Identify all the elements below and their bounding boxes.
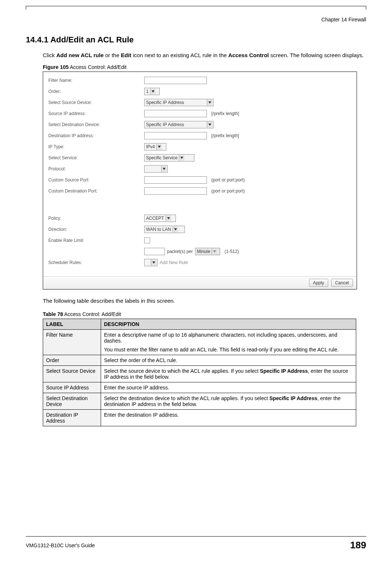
- text: icon next to an existing ACL rule in the: [131, 52, 228, 58]
- svg-marker-7: [174, 228, 177, 230]
- rate-limit-unit-value: Minute: [197, 249, 212, 254]
- rate-limit-unit-select[interactable]: Minute: [195, 248, 220, 255]
- table-row-description: Enter the destination IP address.: [101, 410, 356, 426]
- table-header-label: LABEL: [43, 319, 101, 330]
- table-row: Filter NameEnter a descriptive name of u…: [43, 330, 356, 355]
- filter-name-input[interactable]: [144, 77, 207, 84]
- service-select[interactable]: Specific Service: [144, 154, 194, 162]
- chevron-down-icon: [150, 89, 156, 94]
- table-row-description: Select the destination device to which t…: [101, 393, 356, 410]
- table-row: Select Source DeviceSelect the source de…: [43, 366, 356, 382]
- policy-label: Policy:: [48, 216, 144, 221]
- text-bold: Edit: [121, 52, 131, 58]
- table-title: Access Control: Add/Edit: [63, 311, 121, 317]
- destination-device-select[interactable]: Specific IP Address: [144, 121, 214, 128]
- table-label: Table 78: [43, 311, 63, 317]
- rate-limit-checkbox[interactable]: [144, 237, 150, 243]
- table-row-label: Order: [43, 355, 101, 366]
- footer-guide-name: VMG1312-B10C User's Guide: [26, 542, 95, 548]
- chevron-down-icon: [156, 144, 162, 150]
- table-row-label: Filter Name: [43, 330, 101, 355]
- figure-caption: Figure 105 Access Control: Add/Edit: [43, 64, 366, 70]
- destination-ip-input[interactable]: [144, 132, 207, 139]
- ip-type-select[interactable]: IPv4: [144, 143, 166, 150]
- chevron-down-icon: [207, 122, 212, 128]
- destination-ip-suffix: [/prefix length]: [211, 133, 239, 138]
- source-ip-input[interactable]: [144, 110, 207, 117]
- table-caption: Table 78 Access Control: Add/Edit: [43, 311, 366, 317]
- screenshot-panel: Filter Name: Order: 1 Select Source Devi…: [43, 72, 357, 289]
- svg-marker-4: [180, 157, 183, 159]
- table-row: Source IP AddressEnter the source IP add…: [43, 382, 356, 393]
- policy-value: ACCEPT: [146, 216, 166, 221]
- after-figure-text: The following table describes the labels…: [43, 297, 366, 305]
- text-bold: Access Control: [228, 52, 269, 58]
- text: Click: [43, 52, 56, 58]
- text: screen. The following screen displays.: [269, 52, 364, 58]
- destination-device-label: Select Destination Device:: [48, 122, 144, 127]
- apply-button[interactable]: Apply: [309, 279, 328, 287]
- service-value: Specific Service: [146, 155, 179, 160]
- scheduler-label: Scheduler Rules:: [48, 260, 144, 265]
- cancel-button[interactable]: Cancel: [331, 279, 353, 287]
- table-row-label: Destination IP Address: [43, 410, 101, 426]
- table-row-description: Select the source device to which the AC…: [101, 366, 356, 382]
- intro-paragraph: Click Add new ACL rule or the Edit icon …: [43, 51, 366, 59]
- scheduler-select[interactable]: [144, 259, 157, 266]
- svg-marker-5: [163, 168, 166, 170]
- svg-marker-9: [152, 261, 155, 264]
- chevron-down-icon: [212, 249, 217, 254]
- source-device-value: Specific IP Address: [146, 100, 207, 105]
- filter-name-label: Filter Name:: [48, 78, 144, 83]
- description-table: LABEL DESCRIPTION Filter NameEnter a des…: [43, 319, 356, 426]
- chevron-down-icon: [151, 260, 156, 266]
- rate-limit-mid-text: packet(s) per: [167, 249, 193, 254]
- custom-source-port-suffix: (port or port:port): [211, 177, 245, 183]
- protocol-label: Protocol:: [48, 166, 144, 171]
- service-label: Select Service:: [48, 155, 144, 160]
- custom-source-port-input[interactable]: [144, 176, 207, 184]
- table-row-label: Select Destination Device: [43, 393, 101, 410]
- order-label: Order:: [48, 89, 144, 94]
- chapter-header: Chapter 14 Firewall: [26, 17, 366, 22]
- ip-type-label: IP Type:: [48, 144, 144, 149]
- destination-ip-label: Destination IP address:: [48, 133, 144, 138]
- rate-limit-range-text: (1-512): [225, 249, 239, 254]
- table-row-description: Select the order of the ACL rule.: [101, 355, 356, 366]
- table-row-label: Source IP Address: [43, 382, 101, 393]
- chevron-down-icon: [207, 100, 212, 105]
- svg-marker-2: [208, 124, 211, 126]
- custom-destination-port-suffix: (port or port:port): [211, 188, 245, 194]
- text-bold: Add new ACL rule: [56, 52, 104, 58]
- footer-page-number: 189: [350, 540, 366, 551]
- svg-marker-0: [152, 90, 155, 93]
- source-ip-suffix: [/prefix length]: [211, 111, 239, 116]
- protocol-select[interactable]: [144, 165, 168, 173]
- custom-destination-port-input[interactable]: [144, 187, 207, 195]
- direction-select[interactable]: WAN to LAN: [144, 226, 185, 233]
- rate-limit-label: Enable Rate Limit: [48, 238, 144, 243]
- svg-marker-8: [213, 250, 216, 253]
- source-ip-label: Source IP address:: [48, 111, 144, 116]
- chevron-down-icon: [179, 155, 184, 161]
- svg-marker-1: [208, 101, 211, 104]
- table-header-description: DESCRIPTION: [101, 319, 356, 330]
- text: or the: [104, 52, 121, 58]
- table-row-description: Enter a descriptive name of up to 16 alp…: [101, 330, 356, 355]
- chevron-down-icon: [161, 166, 167, 172]
- add-new-rule-link[interactable]: Add New Rule: [160, 260, 188, 265]
- direction-label: Direction:: [48, 227, 144, 232]
- svg-marker-6: [167, 217, 170, 219]
- custom-source-port-label: Custom Source Port:: [48, 177, 144, 183]
- figure-label: Figure 105: [43, 64, 69, 70]
- policy-select[interactable]: ACCEPT: [144, 215, 176, 222]
- source-device-select[interactable]: Specific IP Address: [144, 99, 214, 106]
- chevron-down-icon: [166, 215, 171, 221]
- table-row: Select Destination DeviceSelect the dest…: [43, 393, 356, 410]
- order-select[interactable]: 1: [144, 88, 160, 95]
- section-title: 14.4.1 Add/Edit an ACL Rule: [26, 35, 366, 45]
- svg-marker-3: [158, 146, 161, 148]
- rate-limit-value-input[interactable]: [144, 248, 165, 255]
- table-row-description: Enter the source IP address.: [101, 382, 356, 393]
- table-row: OrderSelect the order of the ACL rule.: [43, 355, 356, 366]
